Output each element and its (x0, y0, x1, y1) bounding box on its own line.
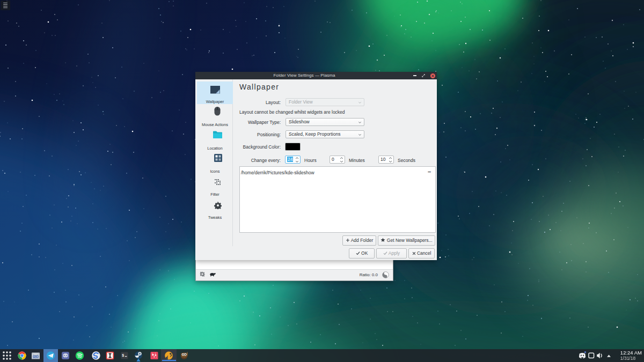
svg-text:$: $ (122, 353, 124, 358)
